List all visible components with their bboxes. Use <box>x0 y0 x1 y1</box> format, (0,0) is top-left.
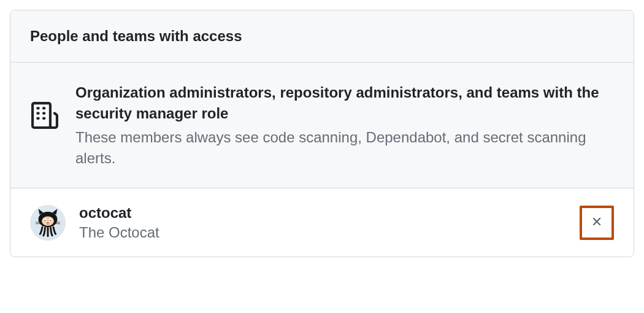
user-text-block: octocat The Octocat <box>79 203 566 241</box>
panel-header: People and teams with access <box>10 10 634 63</box>
user-display-name: The Octocat <box>79 223 566 242</box>
remove-user-button[interactable] <box>580 206 614 240</box>
svg-point-7 <box>47 222 49 223</box>
user-access-row: octocat The Octocat <box>10 188 634 256</box>
svg-point-5 <box>44 220 45 221</box>
admin-heading: Organization administrators, repository … <box>75 82 614 123</box>
avatar <box>30 205 66 241</box>
close-icon <box>590 215 604 230</box>
organization-icon <box>30 101 59 130</box>
admin-text-block: Organization administrators, repository … <box>75 82 614 168</box>
admin-description: These members always see code scanning, … <box>75 127 614 168</box>
svg-point-6 <box>50 220 51 221</box>
admin-access-row: Organization administrators, repository … <box>10 63 634 188</box>
user-login: octocat <box>79 203 566 222</box>
access-panel: People and teams with access Organizatio… <box>10 10 634 257</box>
panel-title: People and teams with access <box>30 28 614 45</box>
